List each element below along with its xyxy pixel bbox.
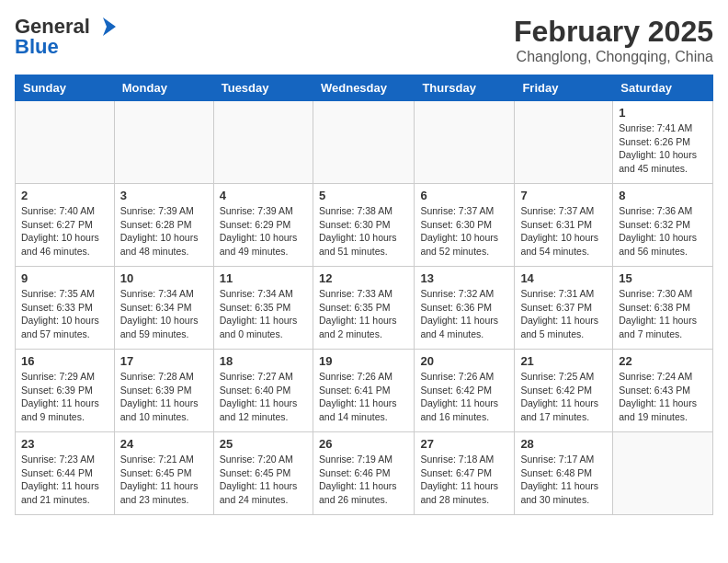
day-info: Sunrise: 7:41 AM Sunset: 6:26 PM Dayligh…: [619, 121, 707, 176]
calendar-cell: 10Sunrise: 7:34 AM Sunset: 6:34 PM Dayli…: [114, 267, 213, 350]
day-info: Sunrise: 7:24 AM Sunset: 6:43 PM Dayligh…: [619, 370, 707, 424]
day-number: 16: [21, 354, 108, 368]
logo-icon: [90, 17, 116, 36]
day-info: Sunrise: 7:40 AM Sunset: 6:27 PM Dayligh…: [21, 204, 108, 259]
day-info: Sunrise: 7:27 AM Sunset: 6:40 PM Dayligh…: [220, 370, 307, 424]
day-info: Sunrise: 7:21 AM Sunset: 6:45 PM Dayligh…: [120, 453, 208, 507]
day-number: 11: [220, 271, 307, 285]
col-header-thursday: Thursday: [415, 75, 515, 101]
calendar-cell: 17Sunrise: 7:28 AM Sunset: 6:39 PM Dayli…: [114, 350, 213, 432]
day-number: 26: [319, 437, 408, 451]
calendar-cell: [415, 101, 515, 184]
calendar-week-row: 2Sunrise: 7:40 AM Sunset: 6:27 PM Daylig…: [16, 184, 713, 267]
day-number: 17: [120, 354, 208, 368]
day-info: Sunrise: 7:38 AM Sunset: 6:30 PM Dayligh…: [319, 204, 408, 259]
day-info: Sunrise: 7:20 AM Sunset: 6:45 PM Dayligh…: [220, 453, 307, 507]
calendar-cell: 11Sunrise: 7:34 AM Sunset: 6:35 PM Dayli…: [213, 267, 313, 350]
day-number: 8: [619, 189, 707, 202]
calendar-cell: 13Sunrise: 7:32 AM Sunset: 6:36 PM Dayli…: [415, 267, 515, 350]
day-info: Sunrise: 7:34 AM Sunset: 6:35 PM Dayligh…: [220, 287, 307, 341]
day-info: Sunrise: 7:18 AM Sunset: 6:47 PM Dayligh…: [420, 453, 508, 507]
day-info: Sunrise: 7:29 AM Sunset: 6:39 PM Dayligh…: [21, 370, 108, 424]
calendar-cell: [114, 101, 213, 184]
calendar-cell: 8Sunrise: 7:36 AM Sunset: 6:32 PM Daylig…: [613, 184, 713, 267]
calendar-cell: 7Sunrise: 7:37 AM Sunset: 6:31 PM Daylig…: [515, 184, 613, 267]
day-info: Sunrise: 7:30 AM Sunset: 6:38 PM Dayligh…: [619, 287, 707, 341]
calendar-cell: 24Sunrise: 7:21 AM Sunset: 6:45 PM Dayli…: [114, 432, 213, 515]
day-number: 9: [21, 271, 108, 285]
calendar-cell: 5Sunrise: 7:38 AM Sunset: 6:30 PM Daylig…: [313, 184, 414, 267]
logo-blue: Blue: [15, 35, 59, 59]
day-number: 18: [220, 354, 307, 368]
col-header-wednesday: Wednesday: [313, 75, 414, 101]
calendar-week-row: 1Sunrise: 7:41 AM Sunset: 6:26 PM Daylig…: [16, 101, 713, 184]
svg-marker-0: [103, 17, 116, 36]
calendar-week-row: 9Sunrise: 7:35 AM Sunset: 6:33 PM Daylig…: [16, 267, 713, 350]
location: Changlong, Chongqing, China: [514, 49, 713, 65]
calendar-cell: 26Sunrise: 7:19 AM Sunset: 6:46 PM Dayli…: [313, 432, 414, 515]
day-number: 7: [520, 189, 607, 202]
day-info: Sunrise: 7:39 AM Sunset: 6:29 PM Dayligh…: [220, 204, 307, 259]
title-area: February 2025 Changlong, Chongqing, Chin…: [514, 15, 713, 65]
day-number: 28: [520, 437, 607, 451]
day-info: Sunrise: 7:23 AM Sunset: 6:44 PM Dayligh…: [21, 453, 108, 507]
day-number: 15: [619, 271, 707, 285]
day-number: 21: [520, 354, 607, 368]
calendar-cell: 15Sunrise: 7:30 AM Sunset: 6:38 PM Dayli…: [613, 267, 713, 350]
day-info: Sunrise: 7:35 AM Sunset: 6:33 PM Dayligh…: [21, 287, 108, 341]
logo: General Blue: [15, 15, 116, 59]
col-header-tuesday: Tuesday: [213, 75, 313, 101]
day-info: Sunrise: 7:37 AM Sunset: 6:30 PM Dayligh…: [420, 204, 508, 259]
day-number: 24: [120, 437, 208, 451]
calendar-cell: [313, 101, 414, 184]
day-number: 10: [120, 271, 208, 285]
calendar-cell: 27Sunrise: 7:18 AM Sunset: 6:47 PM Dayli…: [415, 432, 515, 515]
calendar: SundayMondayTuesdayWednesdayThursdayFrid…: [15, 75, 713, 515]
calendar-cell: 28Sunrise: 7:17 AM Sunset: 6:48 PM Dayli…: [515, 432, 613, 515]
day-number: 20: [420, 354, 508, 368]
day-number: 6: [420, 189, 508, 202]
day-number: 13: [420, 271, 508, 285]
day-number: 3: [120, 189, 208, 202]
day-number: 2: [21, 189, 108, 202]
day-number: 5: [319, 189, 408, 202]
calendar-cell: [213, 101, 313, 184]
day-info: Sunrise: 7:32 AM Sunset: 6:36 PM Dayligh…: [420, 287, 508, 341]
calendar-cell: 6Sunrise: 7:37 AM Sunset: 6:30 PM Daylig…: [415, 184, 515, 267]
calendar-cell: 9Sunrise: 7:35 AM Sunset: 6:33 PM Daylig…: [16, 267, 115, 350]
calendar-cell: 4Sunrise: 7:39 AM Sunset: 6:29 PM Daylig…: [213, 184, 313, 267]
day-number: 12: [319, 271, 408, 285]
day-number: 23: [21, 437, 108, 451]
day-info: Sunrise: 7:19 AM Sunset: 6:46 PM Dayligh…: [319, 453, 408, 507]
day-number: 27: [420, 437, 508, 451]
day-info: Sunrise: 7:33 AM Sunset: 6:35 PM Dayligh…: [319, 287, 408, 341]
header: General Blue February 2025 Changlong, Ch…: [15, 15, 713, 65]
calendar-cell: 23Sunrise: 7:23 AM Sunset: 6:44 PM Dayli…: [16, 432, 115, 515]
calendar-cell: [515, 101, 613, 184]
calendar-cell: [16, 101, 115, 184]
calendar-cell: 21Sunrise: 7:25 AM Sunset: 6:42 PM Dayli…: [515, 350, 613, 432]
col-header-sunday: Sunday: [16, 75, 115, 101]
day-info: Sunrise: 7:26 AM Sunset: 6:42 PM Dayligh…: [420, 370, 508, 424]
col-header-monday: Monday: [114, 75, 213, 101]
day-info: Sunrise: 7:17 AM Sunset: 6:48 PM Dayligh…: [520, 453, 607, 507]
calendar-cell: 14Sunrise: 7:31 AM Sunset: 6:37 PM Dayli…: [515, 267, 613, 350]
day-number: 4: [220, 189, 307, 202]
calendar-cell: 16Sunrise: 7:29 AM Sunset: 6:39 PM Dayli…: [16, 350, 115, 432]
month-year: February 2025: [514, 15, 713, 49]
col-header-friday: Friday: [515, 75, 613, 101]
calendar-cell: 19Sunrise: 7:26 AM Sunset: 6:41 PM Dayli…: [313, 350, 414, 432]
calendar-header-row: SundayMondayTuesdayWednesdayThursdayFrid…: [16, 75, 713, 101]
day-number: 1: [619, 106, 707, 120]
calendar-week-row: 23Sunrise: 7:23 AM Sunset: 6:44 PM Dayli…: [16, 432, 713, 515]
calendar-cell: 18Sunrise: 7:27 AM Sunset: 6:40 PM Dayli…: [213, 350, 313, 432]
day-number: 25: [220, 437, 307, 451]
day-info: Sunrise: 7:28 AM Sunset: 6:39 PM Dayligh…: [120, 370, 208, 424]
day-info: Sunrise: 7:25 AM Sunset: 6:42 PM Dayligh…: [520, 370, 607, 424]
calendar-cell: 20Sunrise: 7:26 AM Sunset: 6:42 PM Dayli…: [415, 350, 515, 432]
calendar-cell: 25Sunrise: 7:20 AM Sunset: 6:45 PM Dayli…: [213, 432, 313, 515]
day-info: Sunrise: 7:26 AM Sunset: 6:41 PM Dayligh…: [319, 370, 408, 424]
calendar-cell: 2Sunrise: 7:40 AM Sunset: 6:27 PM Daylig…: [16, 184, 115, 267]
day-info: Sunrise: 7:34 AM Sunset: 6:34 PM Dayligh…: [120, 287, 208, 341]
day-number: 22: [619, 354, 707, 368]
